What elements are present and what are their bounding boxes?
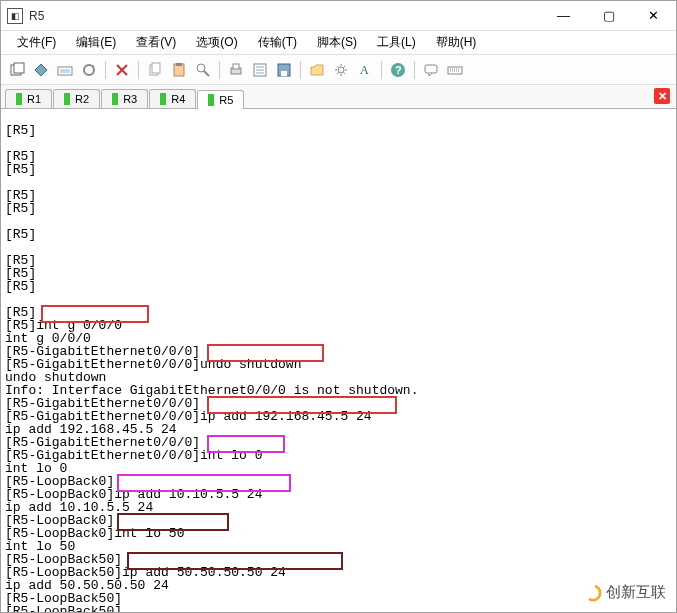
toolbar-separator [105,61,106,79]
menu-options[interactable]: 选项(O) [190,32,243,53]
tb-chat-icon[interactable] [421,60,441,80]
tab-r2[interactable]: R2 [53,89,100,108]
menu-edit[interactable]: 编辑(E) [70,32,122,53]
toolbar-separator [381,61,382,79]
toolbar-separator [138,61,139,79]
tb-font-icon[interactable]: A [355,60,375,80]
menu-view[interactable]: 查看(V) [130,32,182,53]
tb-copy-icon[interactable] [145,60,165,80]
tab-label: R4 [171,93,185,105]
svg-rect-23 [425,65,437,73]
tab-r3[interactable]: R3 [101,89,148,108]
window-title: R5 [29,9,541,23]
svg-rect-12 [233,64,239,69]
tb-find-icon[interactable] [193,60,213,80]
tb-folder-icon[interactable] [307,60,327,80]
svg-point-9 [197,64,205,72]
tb-paste-icon[interactable] [169,60,189,80]
tb-save-icon[interactable] [274,60,294,80]
menu-file[interactable]: 文件(F) [11,32,62,53]
tb-help-icon[interactable]: ? [388,60,408,80]
app-icon: ◧ [7,8,23,24]
svg-rect-3 [60,69,70,73]
tab-status-icon [208,94,214,106]
tabbar: R1R2R3R4R5 ✕ [1,85,676,109]
toolbar-separator [414,61,415,79]
tab-label: R3 [123,93,137,105]
tab-r5[interactable]: R5 [197,90,244,109]
tb-log-icon[interactable] [250,60,270,80]
tb-connect-icon[interactable] [55,60,75,80]
window-controls: — ▢ ✕ [541,2,676,30]
tab-label: R1 [27,93,41,105]
toolbar-separator [300,61,301,79]
maximize-button[interactable]: ▢ [586,2,631,30]
terminal-output[interactable]: [R5] [R5] [R5] [R5] [R5] [R5] [R5] [R5] … [1,122,676,612]
close-button[interactable]: ✕ [631,2,676,30]
toolbar: A ? [1,55,676,85]
tabbar-close-icon[interactable]: ✕ [654,88,670,104]
tb-disconnect-icon[interactable] [112,60,132,80]
menu-help[interactable]: 帮助(H) [430,32,483,53]
svg-rect-6 [152,63,160,73]
tab-status-icon [160,93,166,105]
toolbar-separator [219,61,220,79]
tab-status-icon [112,93,118,105]
tb-quick-connect-icon[interactable] [31,60,51,80]
tab-r4[interactable]: R4 [149,89,196,108]
menu-transfer[interactable]: 传输(T) [252,32,303,53]
tb-keyboard-icon[interactable] [445,60,465,80]
watermark-text: 创新互联 [606,583,666,602]
menubar: 文件(F) 编辑(E) 查看(V) 选项(O) 传输(T) 脚本(S) 工具(L… [1,31,676,55]
svg-line-10 [204,71,209,76]
watermark: 创新互联 [584,583,666,602]
titlebar: ◧ R5 — ▢ ✕ [1,1,676,31]
tb-print-icon[interactable] [226,60,246,80]
app-window: ◧ R5 — ▢ ✕ 文件(F) 编辑(E) 查看(V) 选项(O) 传输(T)… [0,0,677,613]
menu-tools[interactable]: 工具(L) [371,32,422,53]
watermark-icon [581,581,605,605]
svg-rect-8 [176,63,182,66]
terminal-area: [R5] [R5] [R5] [R5] [R5] [R5] [R5] [R5] … [1,109,676,612]
svg-rect-18 [281,71,287,76]
tab-r1[interactable]: R1 [5,89,52,108]
minimize-button[interactable]: — [541,2,586,30]
svg-text:?: ? [395,64,402,76]
tab-label: R2 [75,93,89,105]
svg-point-19 [338,67,344,73]
tb-new-session-icon[interactable] [7,60,27,80]
tab-status-icon [64,93,70,105]
menu-script[interactable]: 脚本(S) [311,32,363,53]
svg-text:A: A [360,63,369,77]
tb-reconnect-icon[interactable] [79,60,99,80]
svg-rect-1 [14,63,24,73]
tab-label: R5 [219,94,233,106]
tb-settings-icon[interactable] [331,60,351,80]
tab-status-icon [16,93,22,105]
